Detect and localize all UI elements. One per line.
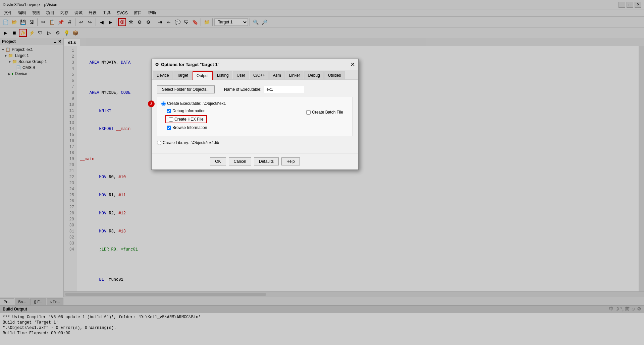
create-library-label: Create Library: .\Objects\ex1.lib	[163, 140, 219, 145]
browse-info-label: Browse Information	[172, 125, 207, 130]
dialog-title: ⚙ Options for Target 'Target 1'	[155, 62, 219, 67]
folder-row: Select Folder for Objects... Name of Exe…	[157, 85, 353, 93]
dialog-icon: ⚙	[155, 62, 159, 67]
dialog-footer: OK Cancel Defaults Help	[152, 153, 358, 169]
help-button[interactable]: Help	[281, 157, 300, 165]
defaults-button[interactable]: Defaults	[254, 157, 279, 165]
dialog-tab-linker[interactable]: Linker	[285, 71, 304, 79]
create-hex-label: Create HEX File	[165, 115, 207, 123]
dialog-tab-output[interactable]: Output	[193, 71, 213, 80]
dialog-tab-utilities[interactable]: Utilities	[324, 71, 345, 79]
create-batch-row: Create Batch File	[306, 110, 343, 115]
dialog-tab-cpp[interactable]: C/C++	[250, 71, 269, 79]
dialog-tab-user[interactable]: User	[233, 71, 249, 79]
ok-button[interactable]: OK	[210, 157, 226, 165]
executable-label: Name of Executable:	[224, 87, 261, 92]
create-library-radio[interactable]	[157, 141, 161, 145]
create-batch-label: Create Batch File	[312, 110, 343, 115]
dialog-titlebar: ⚙ Options for Target 'Target 1' ✕	[152, 59, 358, 70]
create-executable-radio[interactable]	[161, 101, 166, 106]
dialog-tab-asm[interactable]: Asm	[269, 71, 285, 79]
output-section: 3 Create Executable: .\Objects\ex1 Debug…	[157, 97, 353, 136]
browse-info-row: Browse Information	[167, 125, 207, 130]
create-batch-checkbox[interactable]	[306, 110, 311, 115]
create-executable-row: Create Executable: .\Objects\ex1	[161, 101, 348, 106]
dialog-tab-debug[interactable]: Debug	[304, 71, 323, 79]
dialog-close-button[interactable]: ✕	[351, 61, 355, 68]
dialog-title-text: Options for Target 'Target 1'	[161, 62, 219, 67]
step3-badge: 3	[148, 100, 155, 107]
modal-overlay: ⚙ Options for Target 'Target 1' ✕ Device…	[0, 0, 644, 345]
options-dialog: ⚙ Options for Target 'Target 1' ✕ Device…	[151, 59, 359, 170]
create-library-row: Create Library: .\Objects\ex1.lib	[157, 140, 353, 145]
dialog-tab-target[interactable]: Target	[173, 71, 192, 79]
create-executable-label: Create Executable: .\Objects\ex1	[167, 101, 226, 106]
debug-info-row: Debug Information	[167, 109, 207, 113]
select-folder-button[interactable]: Select Folder for Objects...	[157, 85, 215, 93]
dialog-content: Select Folder for Objects... Name of Exe…	[152, 80, 358, 153]
cancel-button[interactable]: Cancel	[229, 157, 251, 165]
dialog-tab-listing[interactable]: Listing	[213, 71, 232, 79]
debug-info-label: Debug Information	[172, 109, 206, 113]
create-hex-checkbox[interactable]	[169, 117, 173, 122]
debug-info-checkbox[interactable]	[167, 109, 171, 113]
executable-input[interactable]	[264, 86, 304, 93]
dialog-tab-device[interactable]: Device	[153, 71, 173, 79]
dialog-tabs: Device Target Output Listing User C/C++ …	[152, 70, 358, 80]
browse-info-checkbox[interactable]	[167, 126, 171, 130]
